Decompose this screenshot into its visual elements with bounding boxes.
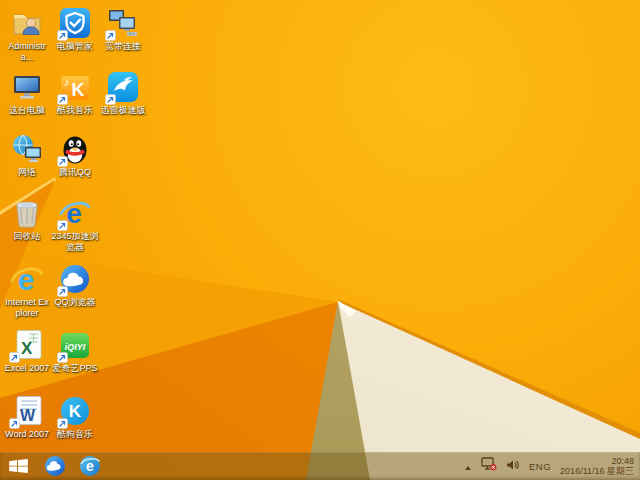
- desktop-icon-qq-browser[interactable]: QQ浏览器: [51, 262, 99, 308]
- icon-label: 回收站: [3, 231, 51, 242]
- taskbar-qq-browser-icon[interactable]: [44, 455, 66, 477]
- icon-label: 电脑管家: [51, 41, 99, 52]
- icon-label: 腾讯QQ: [51, 167, 99, 178]
- excel-icon: X: [10, 328, 44, 362]
- word-icon: W: [10, 394, 44, 428]
- shortcut-arrow-icon: [57, 418, 68, 429]
- desktop-icon-broadband[interactable]: 宽带连接: [99, 6, 147, 52]
- desktop-icon-word-2007[interactable]: W Word 2007: [3, 394, 51, 440]
- browser-e-icon: e: [58, 196, 92, 230]
- svg-text:W: W: [20, 407, 36, 424]
- icon-label: 酷狗音乐: [51, 429, 99, 440]
- language-indicator[interactable]: ENG: [529, 461, 551, 472]
- recycle-bin-icon: [10, 196, 44, 230]
- show-hidden-icons-button[interactable]: [464, 457, 472, 475]
- start-button[interactable]: [0, 452, 36, 480]
- desktop-icon-kugou-music[interactable]: K 酷狗音乐: [51, 394, 99, 440]
- taskbar-pinned-apps: e: [44, 455, 101, 477]
- taskbar: e EN: [0, 452, 640, 480]
- penguin-icon: [58, 132, 92, 166]
- taskbar-internet-explorer-icon[interactable]: e: [79, 455, 101, 477]
- clock-time: 20:48: [560, 456, 634, 467]
- blue-globe-cloud-icon: [58, 262, 92, 296]
- desktop-icon-network[interactable]: 网络: [3, 132, 51, 178]
- clock-date: 2016/11/16 星期三: [560, 466, 634, 477]
- svg-text:K: K: [69, 402, 82, 421]
- icon-label: 迅雷极速版: [99, 105, 147, 116]
- icon-label: Word 2007: [3, 429, 51, 440]
- shortcut-arrow-icon: [57, 156, 68, 167]
- svg-text:♪: ♪: [64, 76, 70, 88]
- desktop-icon-pc-manager[interactable]: 电脑管家: [51, 6, 99, 52]
- desktop-icon-administrator[interactable]: Administra...: [3, 6, 51, 63]
- iqiyi-icon: iQIYI: [58, 328, 92, 362]
- desktop-icon-tencent-qq[interactable]: 腾讯QQ: [51, 132, 99, 178]
- desktop-icon-internet-explorer[interactable]: e Internet Explorer: [3, 262, 51, 319]
- shortcut-arrow-icon: [9, 352, 20, 363]
- desktop-icon-this-pc[interactable]: 这台电脑: [3, 70, 51, 116]
- computer-icon: [10, 70, 44, 104]
- desktop-icon-iqiyi-pps[interactable]: iQIYI 爱奇艺PPS: [51, 328, 99, 374]
- desktop: Administra... 这台电脑: [0, 0, 640, 480]
- icon-label: 酷我音乐: [51, 105, 99, 116]
- network-disconnected-icon[interactable]: [481, 457, 497, 475]
- desktop-icon-recycle-bin[interactable]: 回收站: [3, 196, 51, 242]
- icon-label: 爱奇艺PPS: [51, 363, 99, 374]
- desktop-icon-excel-2007[interactable]: X Excel 2007: [3, 328, 51, 374]
- desktop-icon-kuwo-music[interactable]: K ♪ 酷我音乐: [51, 70, 99, 116]
- shortcut-arrow-icon: [105, 94, 116, 105]
- desktop-icon-xunlei[interactable]: 迅雷极速版: [99, 70, 147, 116]
- shortcut-arrow-icon: [57, 30, 68, 41]
- windows-logo-icon: [9, 459, 28, 473]
- svg-text:K: K: [72, 80, 85, 100]
- svg-text:iQIYI: iQIYI: [65, 342, 86, 352]
- user-folder-icon: [10, 6, 44, 40]
- shortcut-arrow-icon: [9, 418, 20, 429]
- icon-label: Administra...: [3, 41, 51, 63]
- shortcut-arrow-icon: [105, 30, 116, 41]
- icon-label: Internet Explorer: [3, 297, 51, 319]
- internet-explorer-icon: e: [10, 262, 44, 296]
- icon-label: QQ浏览器: [51, 297, 99, 308]
- broadband-computers-icon: [106, 6, 140, 40]
- svg-text:X: X: [21, 339, 33, 358]
- hummingbird-icon: [106, 70, 140, 104]
- shortcut-arrow-icon: [57, 94, 68, 105]
- system-tray: ENG 20:48 2016/11/16 星期三: [464, 456, 640, 477]
- shortcut-arrow-icon: [57, 220, 68, 231]
- icon-label: Excel 2007: [3, 363, 51, 374]
- desktop-icon-2345-browser[interactable]: e 2345加速浏览器: [51, 196, 99, 253]
- svg-text:e: e: [86, 458, 94, 474]
- icon-label: 这台电脑: [3, 105, 51, 116]
- kugou-k-icon: K: [58, 394, 92, 428]
- shortcut-arrow-icon: [57, 352, 68, 363]
- shield-check-icon: [58, 6, 92, 40]
- volume-icon[interactable]: [506, 457, 520, 475]
- shortcut-arrow-icon: [57, 286, 68, 297]
- icon-label: 2345加速浏览器: [51, 231, 99, 253]
- globe-network-icon: [10, 132, 44, 166]
- icon-label: 宽带连接: [99, 41, 147, 52]
- icon-label: 网络: [3, 167, 51, 178]
- music-box-icon: K ♪: [58, 70, 92, 104]
- clock[interactable]: 20:48 2016/11/16 星期三: [560, 456, 634, 477]
